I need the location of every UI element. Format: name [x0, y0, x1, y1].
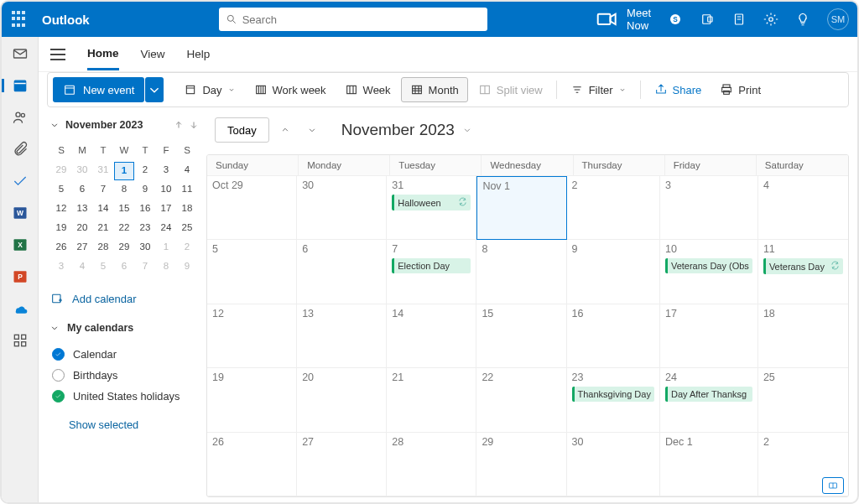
print-button[interactable]: Print — [711, 77, 769, 102]
mini-day[interactable]: 15 — [114, 200, 134, 219]
mini-day[interactable]: 20 — [72, 220, 92, 238]
mini-day[interactable]: 12 — [51, 200, 71, 219]
mini-day[interactable]: 24 — [156, 220, 176, 238]
new-event-dropdown[interactable] — [145, 77, 164, 102]
mini-day[interactable]: 13 — [72, 200, 92, 219]
mini-day[interactable]: 18 — [177, 200, 197, 219]
calendar-item[interactable]: United States holidays — [49, 386, 200, 407]
calendar-event[interactable]: Election Day — [392, 258, 471, 273]
calendar-event[interactable]: Thanksgiving Day — [572, 387, 654, 402]
calendar-checkbox[interactable] — [52, 348, 65, 361]
mini-day[interactable]: 8 — [114, 181, 134, 200]
mini-day[interactable]: 22 — [114, 220, 134, 238]
account-avatar[interactable]: SM — [827, 8, 849, 30]
calendar-title[interactable]: November 2023 — [341, 121, 473, 139]
mini-day[interactable]: 31 — [93, 162, 113, 180]
day-cell[interactable]: 7Election Day — [387, 240, 476, 304]
mini-day[interactable]: 10 — [156, 181, 176, 200]
today-button[interactable]: Today — [215, 117, 269, 143]
chevron-down-icon[interactable] — [49, 119, 60, 131]
attachments-icon[interactable] — [12, 141, 29, 158]
mini-day[interactable]: 26 — [51, 239, 71, 257]
mini-day[interactable]: 17 — [156, 200, 176, 219]
day-cell[interactable]: Dec 1 — [660, 433, 758, 496]
day-cell[interactable]: 22 — [476, 368, 566, 432]
day-cell[interactable]: 16 — [567, 304, 660, 368]
word-icon[interactable]: W — [12, 205, 29, 221]
mini-day[interactable]: 4 — [177, 162, 197, 180]
day-cell[interactable]: 15 — [476, 304, 566, 368]
mini-day[interactable]: 29 — [51, 162, 71, 180]
mini-day[interactable]: 30 — [72, 162, 92, 180]
immersive-reader-button[interactable] — [822, 477, 844, 494]
skype-icon[interactable]: S — [668, 12, 683, 27]
mini-day[interactable]: 1 — [156, 239, 176, 257]
day-cell[interactable]: 27 — [297, 433, 387, 496]
day-cell[interactable]: 11Veterans Day — [758, 240, 848, 304]
mini-day[interactable]: 5 — [51, 181, 71, 200]
mini-day[interactable]: 3 — [51, 258, 71, 277]
day-cell[interactable]: 8 — [476, 240, 566, 304]
day-cell[interactable]: 25 — [758, 368, 848, 432]
view-week-button[interactable]: Week — [336, 77, 399, 102]
todo-icon[interactable] — [12, 173, 29, 190]
day-cell[interactable]: 24Day After Thanksg — [660, 368, 758, 432]
mini-day[interactable]: 29 — [114, 239, 134, 257]
mini-day[interactable]: 8 — [156, 258, 176, 277]
mini-day[interactable]: 19 — [51, 220, 71, 238]
calendar-item[interactable]: Calendar — [49, 344, 200, 365]
view-month-button[interactable]: Month — [401, 77, 468, 102]
tab-home[interactable]: Home — [87, 39, 119, 70]
calendar-icon[interactable] — [12, 77, 29, 94]
day-cell[interactable]: 17 — [660, 304, 758, 368]
mini-day[interactable]: 6 — [114, 258, 134, 277]
mini-day[interactable]: 28 — [93, 239, 113, 257]
mini-day[interactable]: 25 — [177, 220, 197, 238]
mini-day[interactable]: 6 — [72, 181, 92, 200]
view-day-button[interactable]: Day — [175, 77, 243, 102]
mini-day[interactable]: 7 — [93, 181, 113, 200]
settings-icon[interactable] — [763, 12, 778, 27]
tab-view[interactable]: View — [141, 39, 165, 69]
add-calendar-button[interactable]: Add calendar — [49, 282, 200, 312]
mini-day[interactable]: 9 — [177, 258, 197, 277]
mail-icon[interactable] — [12, 45, 29, 62]
mini-day[interactable]: 23 — [135, 220, 155, 238]
calendar-item[interactable]: Birthdays — [49, 365, 200, 386]
mini-day[interactable]: 9 — [135, 181, 155, 200]
day-cell[interactable]: 31Halloween — [387, 176, 476, 240]
mini-day[interactable]: 16 — [135, 200, 155, 219]
next-month-button[interactable] — [301, 119, 323, 141]
day-cell[interactable]: 3 — [660, 176, 758, 240]
notes-icon[interactable] — [731, 12, 747, 27]
day-cell[interactable]: 20 — [297, 368, 387, 432]
tips-icon[interactable] — [795, 12, 810, 27]
day-cell[interactable]: 28 — [387, 433, 476, 496]
day-cell[interactable]: 5 — [207, 240, 297, 304]
mini-day[interactable]: 11 — [177, 181, 197, 200]
powerpoint-icon[interactable]: P — [12, 268, 29, 285]
mini-day[interactable]: 30 — [135, 239, 155, 257]
mini-day[interactable]: 21 — [93, 220, 113, 238]
day-cell[interactable]: 10Veterans Day (Obs — [660, 240, 758, 304]
calendar-event[interactable]: Veterans Day — [763, 258, 843, 274]
day-cell[interactable]: 21 — [387, 368, 476, 432]
day-cell[interactable]: 14 — [387, 304, 476, 368]
day-cell[interactable]: 26 — [207, 433, 297, 496]
new-event-button[interactable]: New event — [53, 77, 144, 102]
mini-day[interactable]: 5 — [93, 258, 113, 277]
meet-now-button[interactable]: Meet Now — [595, 7, 651, 32]
more-apps-icon[interactable] — [12, 332, 29, 349]
mini-day[interactable]: 7 — [135, 258, 155, 277]
calendar-event[interactable]: Day After Thanksg — [665, 387, 752, 402]
calendar-checkbox[interactable] — [52, 390, 65, 403]
filter-button[interactable]: Filter — [562, 77, 635, 102]
excel-icon[interactable]: X — [12, 236, 29, 253]
mini-next-icon[interactable] — [188, 119, 200, 131]
search-box[interactable] — [219, 8, 487, 31]
mini-day[interactable]: 1 — [114, 162, 134, 180]
people-icon[interactable] — [12, 109, 29, 126]
mini-day[interactable]: 2 — [177, 239, 197, 257]
day-cell[interactable]: 12 — [207, 304, 297, 368]
prev-month-button[interactable] — [274, 119, 296, 141]
